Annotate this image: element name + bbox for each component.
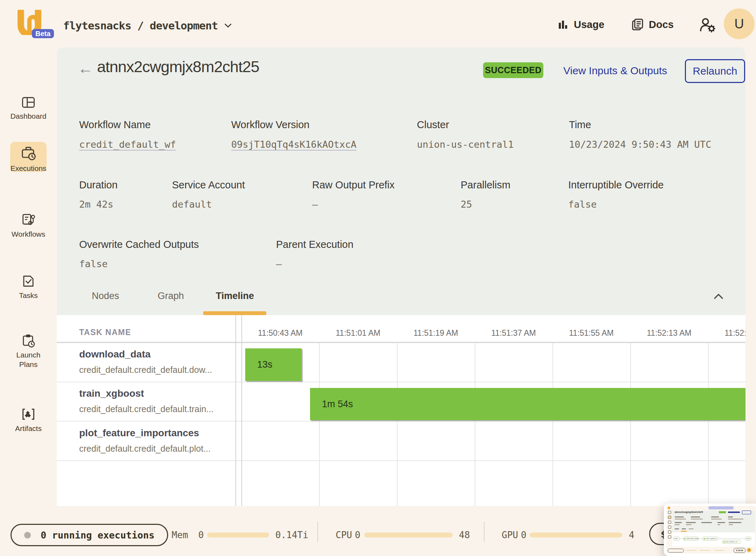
sidebar-item-executions[interactable]: Executions [0, 145, 57, 173]
docs-nav-button[interactable]: Docs [631, 17, 674, 32]
collapse-chevron-icon[interactable] [713, 292, 724, 301]
column-splitter-line [241, 315, 242, 506]
meta-value: – [276, 258, 282, 269]
meta-label: Workflow Version [231, 119, 310, 131]
pip-mini-meta-line [717, 524, 720, 525]
pip-mini-sidebar-icon [668, 526, 671, 529]
pip-mini-node-plot: plot_feature_im... [722, 540, 741, 544]
tab-timeline[interactable]: Timeline [216, 291, 254, 301]
pip-node-label: end [747, 537, 749, 541]
pip-mini-meta-line [728, 519, 743, 520]
meta-label: Workflow Name [79, 119, 151, 131]
usage-nav-button[interactable]: Usage [557, 17, 604, 32]
avatar[interactable]: U [724, 8, 755, 39]
gantt-bar-download-data[interactable]: 13s [245, 348, 302, 381]
sidebar-item-label: Dashboard [0, 111, 57, 121]
pip-node-label: start [674, 537, 678, 541]
sidebar-item-tasks[interactable]: Tasks [0, 273, 57, 300]
running-executions-pill[interactable]: 0 running executions [11, 524, 168, 546]
meta-label: Parallelism [461, 179, 510, 191]
pip-mini-meta-line [728, 516, 733, 517]
sidebar-item-label: Executions [0, 164, 57, 173]
pip-mini-meta-line [675, 516, 684, 517]
pip-node-label: train_xgboost [706, 537, 716, 541]
user-settings-icon[interactable] [699, 17, 716, 33]
relaunch-button[interactable]: Relaunch [685, 59, 745, 83]
pip-mini-sidebar-icon [668, 535, 671, 538]
cpu-usage-track [364, 533, 453, 537]
sidebar-item-label: Artifacts [0, 424, 57, 433]
task-name-column-header: TASK NAME [79, 328, 131, 337]
pip-mini-tab [689, 528, 694, 529]
pip-mini-meta-line [691, 519, 703, 520]
pip-mini-toast [708, 506, 734, 509]
sidebar-item-artifacts[interactable]: Artifacts [0, 406, 57, 433]
meta-value: 2m 42s [79, 199, 114, 210]
sidebar-item-dashboard[interactable]: Dashboard [0, 95, 57, 121]
task-name: download_data [79, 349, 212, 360]
pip-mini-tab-underline [681, 531, 687, 532]
meta-value: default [172, 199, 212, 210]
meta-label: Overwrite Cached Outputs [79, 239, 199, 250]
task-row[interactable]: download_data credit_default.credit_defa… [79, 349, 212, 375]
tab-graph[interactable]: Graph [158, 291, 184, 301]
timeline-section: TASK NAME 11:50:43 AM 11:51:01 AM 11:51:… [57, 315, 745, 506]
timeline-gridline [630, 343, 631, 506]
time-tick-label: 11:50:43 AM [245, 328, 315, 338]
docs-label: Docs [649, 19, 674, 30]
pip-node-success-dot [684, 538, 686, 540]
workflow-name-link[interactable]: credit_default_wf [79, 139, 176, 150]
tasks-icon [20, 273, 36, 289]
meta-value: union-us-central1 [417, 139, 514, 150]
pip-screenshot: atnnx2cwgmjx8m2cht25 start download_data… [666, 506, 756, 554]
beta-badge: Beta [32, 29, 54, 38]
pip-preview-window[interactable]: atnnx2cwgmjx8m2cht25 start download_data… [664, 503, 756, 556]
pip-mini-sidebar-icon [668, 516, 671, 519]
dashboard-icon [21, 95, 36, 110]
pip-mini-meta-line [686, 524, 692, 525]
time-tick-label: 11:51:55 AM [556, 328, 626, 338]
gpu-label: GPU [502, 530, 518, 540]
union-logo[interactable]: Beta [17, 10, 56, 41]
sidebar-item-workflows[interactable]: Workflows [0, 212, 57, 239]
workflow-version-link[interactable]: 09sjT10qTq4sK16kAOtxcA [231, 139, 357, 150]
mem-min-value: 0 [198, 530, 204, 540]
cpu-max-value: 48 [459, 530, 470, 540]
pip-node-label: download_data [686, 537, 698, 541]
meta-label: Raw Output Prefix [312, 179, 394, 191]
pip-mini-sidebar-icon [668, 511, 671, 514]
gantt-bar-train-xgboost[interactable]: 1m 54s [310, 388, 745, 420]
pip-price-label: $ 29.99 [736, 549, 743, 551]
statusbar-divider [317, 522, 318, 542]
pip-node-label: plot_feature_im... [726, 540, 739, 544]
task-row[interactable]: plot_feature_importances credit_default.… [79, 428, 211, 454]
pip-mini-tab [675, 528, 679, 529]
sidebar-item-launch-plans[interactable]: Launch Plans [0, 333, 57, 369]
pip-mini-meta-line [729, 522, 741, 523]
gpu-max-value: 4 [629, 530, 634, 540]
task-row[interactable]: train_xgboost credit_default.credit_defa… [79, 388, 214, 414]
meta-label: Interruptible Override [568, 179, 664, 191]
pip-mini-meta-line [686, 522, 696, 523]
pip-mini-status-badge [719, 511, 726, 513]
pip-mini-title: atnnx2cwgmjx8m2cht25 [675, 511, 703, 513]
timeline-gridline [319, 343, 320, 506]
pip-mini-meta-line [691, 516, 700, 517]
mem-usage-track [207, 533, 269, 537]
column-splitter[interactable] [235, 315, 236, 506]
row-divider [57, 382, 745, 382]
pip-mini-meta-line [675, 524, 680, 525]
pip-mini-meter [714, 550, 724, 551]
row-divider [57, 460, 745, 461]
statusbar-divider [484, 522, 484, 542]
pip-mini-relaunch [742, 510, 751, 514]
back-button[interactable]: ← [78, 61, 93, 76]
sidebar: Dashboard Executions Workflows Tasks [0, 47, 57, 506]
project-selector[interactable]: flytesnacks / development [63, 19, 232, 32]
tab-nodes[interactable]: Nodes [92, 291, 119, 301]
meta-label: Duration [79, 179, 118, 191]
view-inputs-outputs-link[interactable]: View Inputs & Outputs [563, 65, 667, 77]
launch-plans-icon [20, 333, 36, 349]
execution-detail-panel: ← atnnx2cwgmjx8m2cht25 SUCCEEDED View In… [57, 47, 745, 315]
gpu-usage-track [530, 533, 622, 537]
